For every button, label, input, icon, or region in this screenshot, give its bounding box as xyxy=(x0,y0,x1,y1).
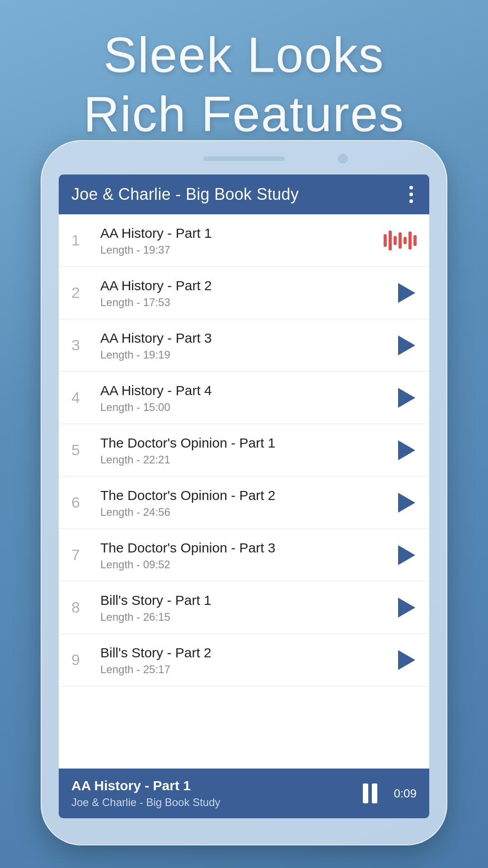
track-action[interactable] xyxy=(394,387,417,409)
track-action[interactable] xyxy=(394,596,417,619)
track-title: AA History - Part 4 xyxy=(100,382,387,399)
track-length: Length - 09:52 xyxy=(100,558,387,571)
track-length: Length - 15:00 xyxy=(100,401,387,414)
track-info: AA History - Part 2Length - 17:53 xyxy=(93,277,387,309)
playback-time: 0:09 xyxy=(394,787,417,801)
track-number: 2 xyxy=(71,284,93,302)
track-info: The Doctor's Opinion - Part 1Length - 22… xyxy=(93,434,387,466)
track-length: Length - 25:17 xyxy=(100,663,387,676)
track-action[interactable] xyxy=(394,282,417,304)
track-title: AA History - Part 1 xyxy=(100,224,376,242)
track-title: The Doctor's Opinion - Part 2 xyxy=(100,486,387,504)
track-length: Length - 17:53 xyxy=(100,296,387,309)
track-item[interactable]: 6The Doctor's Opinion - Part 2Length - 2… xyxy=(59,476,429,529)
app-header: Joe & Charlie - Big Book Study xyxy=(59,175,429,214)
play-icon xyxy=(398,493,415,513)
track-item[interactable]: 2AA History - Part 2Length - 17:53 xyxy=(59,267,429,319)
menu-dot-3 xyxy=(409,199,413,203)
track-action[interactable] xyxy=(394,649,417,671)
track-item[interactable]: 4AA History - Part 4Length - 15:00 xyxy=(59,372,429,424)
track-title: Bill's Story - Part 1 xyxy=(100,591,387,609)
play-icon xyxy=(398,283,415,303)
pause-button[interactable] xyxy=(363,783,377,803)
track-title: Bill's Story - Part 2 xyxy=(100,644,387,661)
track-item[interactable]: 8Bill's Story - Part 1Length - 26:15 xyxy=(59,581,429,634)
phone-body: Joe & Charlie - Big Book Study 1AA Histo… xyxy=(41,140,447,845)
track-info: The Doctor's Opinion - Part 2Length - 24… xyxy=(93,486,387,519)
phone-camera xyxy=(338,154,348,164)
track-item[interactable]: 1AA History - Part 1Length - 19:37 xyxy=(59,214,429,267)
track-list: 1AA History - Part 1Length - 19:372AA Hi… xyxy=(59,214,429,769)
track-number: 1 xyxy=(71,231,93,249)
track-info: AA History - Part 4Length - 15:00 xyxy=(93,382,387,414)
play-icon xyxy=(398,545,415,565)
track-info: Bill's Story - Part 2Length - 25:17 xyxy=(93,644,387,676)
play-icon xyxy=(398,335,415,355)
playback-controls[interactable]: 0:09 xyxy=(363,783,417,803)
menu-dot-2 xyxy=(409,193,413,196)
play-button[interactable] xyxy=(394,596,417,619)
track-number: 6 xyxy=(71,494,93,511)
track-number: 7 xyxy=(71,546,93,564)
track-title: The Doctor's Opinion - Part 3 xyxy=(100,539,387,557)
track-info: The Doctor's Opinion - Part 3Length - 09… xyxy=(93,539,387,571)
track-number: 4 xyxy=(71,389,93,406)
hero-line1: Sleek Looks xyxy=(0,27,488,82)
track-length: Length - 26:15 xyxy=(100,611,387,623)
track-number: 9 xyxy=(71,651,93,669)
play-button[interactable] xyxy=(394,282,417,304)
play-button[interactable] xyxy=(394,649,417,671)
play-icon xyxy=(398,650,415,670)
track-action[interactable] xyxy=(384,231,417,250)
track-action[interactable] xyxy=(394,439,417,462)
more-options-button[interactable] xyxy=(406,182,417,207)
app-title: Joe & Charlie - Big Book Study xyxy=(71,185,299,204)
track-number: 3 xyxy=(71,336,93,354)
track-action[interactable] xyxy=(394,334,417,357)
menu-dot-1 xyxy=(409,186,413,189)
track-item[interactable]: 7The Doctor's Opinion - Part 3Length - 0… xyxy=(59,529,429,581)
now-playing-bar[interactable]: AA History - Part 1 Joe & Charlie - Big … xyxy=(59,769,429,818)
track-action[interactable] xyxy=(394,491,417,514)
track-title: AA History - Part 2 xyxy=(100,277,387,294)
track-number: 5 xyxy=(71,441,93,459)
play-button[interactable] xyxy=(394,387,417,409)
track-length: Length - 19:37 xyxy=(100,244,376,256)
pause-bar-right xyxy=(372,783,377,803)
now-playing-subtitle: Joe & Charlie - Big Book Study xyxy=(71,796,363,809)
phone-speaker xyxy=(203,156,285,161)
phone-mockup: Joe & Charlie - Big Book Study 1AA Histo… xyxy=(41,140,447,845)
track-item[interactable]: 3AA History - Part 3Length - 19:19 xyxy=(59,319,429,372)
track-title: AA History - Part 3 xyxy=(100,329,387,347)
hero-line2: Rich Features xyxy=(0,86,488,141)
play-button[interactable] xyxy=(394,491,417,514)
play-button[interactable] xyxy=(394,439,417,462)
track-number: 8 xyxy=(71,599,93,616)
play-icon xyxy=(398,388,415,408)
now-playing-title: AA History - Part 1 xyxy=(71,778,363,793)
track-length: Length - 22:21 xyxy=(100,453,387,466)
now-playing-info: AA History - Part 1 Joe & Charlie - Big … xyxy=(71,778,363,809)
track-title: The Doctor's Opinion - Part 1 xyxy=(100,434,387,452)
track-info: AA History - Part 3Length - 19:19 xyxy=(93,329,387,361)
hero-section: Sleek Looks Rich Features xyxy=(0,0,488,141)
play-icon xyxy=(398,440,415,460)
equalizer-icon xyxy=(384,231,417,250)
play-button[interactable] xyxy=(394,334,417,357)
track-info: AA History - Part 1Length - 19:37 xyxy=(93,224,376,256)
pause-bar-left xyxy=(363,783,368,803)
track-length: Length - 24:56 xyxy=(100,506,387,519)
track-action[interactable] xyxy=(394,544,417,566)
play-icon xyxy=(398,598,415,618)
track-length: Length - 19:19 xyxy=(100,349,387,361)
phone-screen: Joe & Charlie - Big Book Study 1AA Histo… xyxy=(59,175,429,818)
play-button[interactable] xyxy=(394,544,417,566)
track-item[interactable]: 5The Doctor's Opinion - Part 1Length - 2… xyxy=(59,424,429,476)
track-item[interactable]: 9Bill's Story - Part 2Length - 25:17 xyxy=(59,634,429,686)
track-info: Bill's Story - Part 1Length - 26:15 xyxy=(93,591,387,623)
